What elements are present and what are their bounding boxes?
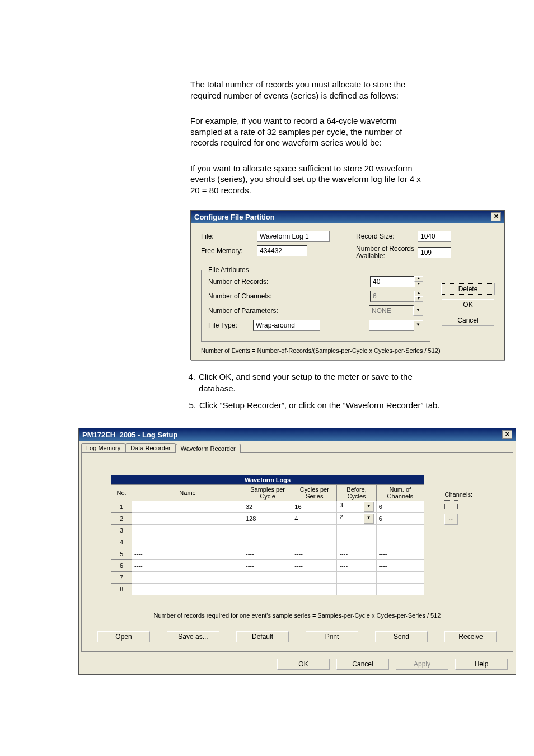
file-field[interactable]: Waveform Log 1	[257, 231, 330, 242]
cell-samples[interactable]: ----	[243, 560, 292, 572]
ok-button[interactable]: OK	[442, 299, 494, 310]
table-row[interactable]: 212842▼6	[111, 513, 424, 525]
cell-before[interactable]: ----	[337, 536, 376, 548]
cancel-button[interactable]: Cancel	[336, 659, 389, 670]
col-name: Name	[132, 485, 243, 501]
ok-button[interactable]: OK	[277, 659, 330, 670]
apply-button: Apply	[396, 659, 448, 670]
cell-channels[interactable]: 6	[376, 513, 424, 525]
col-before: Before, Cycles	[337, 485, 376, 501]
file-type-label: File Type:	[208, 321, 253, 329]
cell-name[interactable]	[132, 513, 243, 525]
table-row[interactable]: 6--------------------	[111, 560, 424, 572]
tab-waveform-recorder[interactable]: Waveform Recorder	[176, 444, 241, 453]
spin-up-icon[interactable]: ▲	[414, 276, 423, 282]
cell-no: 4	[111, 536, 132, 548]
close-icon[interactable]: ✕	[491, 212, 501, 221]
cell-name[interactable]	[132, 501, 243, 513]
cell-samples[interactable]: 128	[243, 513, 292, 525]
cell-samples[interactable]: ----	[243, 584, 292, 595]
cell-no: 5	[111, 548, 132, 560]
chevron-down-icon[interactable]: ▼	[364, 514, 374, 524]
cell-cycles[interactable]: ----	[292, 584, 337, 595]
cell-name[interactable]: ----	[132, 548, 243, 560]
waveform-logs-table: No. Name Samples per Cycle Cycles per Se…	[111, 484, 424, 595]
cell-channels[interactable]: ----	[376, 572, 424, 584]
cell-no: 2	[111, 513, 132, 525]
step-number: 5.	[179, 400, 199, 411]
tab-log-memory[interactable]: Log Memory	[81, 443, 125, 452]
cell-before[interactable]: ----	[337, 548, 376, 560]
cell-before[interactable]: ----	[337, 560, 376, 572]
cell-before[interactable]: ----	[337, 572, 376, 584]
table-row[interactable]: 3--------------------	[111, 525, 424, 536]
cell-before[interactable]: ----	[337, 584, 376, 595]
table-row[interactable]: 132163▼6	[111, 501, 424, 513]
file-label: File:	[201, 232, 257, 240]
close-icon[interactable]: ✕	[502, 430, 512, 439]
send-button[interactable]: Send	[375, 631, 428, 642]
cell-cycles[interactable]: 16	[292, 501, 337, 513]
channels-config-button[interactable]	[444, 500, 458, 511]
cell-channels[interactable]: 6	[376, 501, 424, 513]
cell-cycles[interactable]: ----	[292, 572, 337, 584]
save-as-button[interactable]: Save as...	[167, 631, 219, 642]
cell-name[interactable]: ----	[132, 572, 243, 584]
table-row[interactable]: 7--------------------	[111, 572, 424, 584]
cell-samples[interactable]: ----	[243, 536, 292, 548]
cell-name[interactable]: ----	[132, 525, 243, 536]
col-cycles: Cycles per Series	[292, 485, 337, 501]
table-row[interactable]: 5--------------------	[111, 548, 424, 560]
configure-file-partition-dialog: Configure File Partition ✕ File: Wavefor…	[190, 210, 505, 360]
spin-down-icon[interactable]: ▼	[414, 282, 423, 287]
table-row[interactable]: 8--------------------	[111, 584, 424, 595]
open-button[interactable]: Open	[97, 631, 150, 642]
cell-before[interactable]: 2▼	[337, 513, 376, 525]
cell-channels[interactable]: ----	[376, 548, 424, 560]
cell-before[interactable]: 3▼	[337, 501, 376, 513]
spin-down-icon: ▼	[414, 296, 423, 302]
cell-samples[interactable]: 32	[243, 501, 292, 513]
cell-cycles[interactable]: 4	[292, 513, 337, 525]
step-number: 4.	[179, 371, 199, 394]
cell-no: 6	[111, 560, 132, 572]
cell-cycles[interactable]: ----	[292, 548, 337, 560]
cancel-button[interactable]: Cancel	[442, 315, 494, 326]
receive-button[interactable]: Receive	[444, 631, 497, 642]
chevron-down-icon[interactable]: ▼	[413, 320, 423, 330]
num-records-input[interactable]: 40	[370, 276, 415, 287]
delete-button[interactable]: Delete	[442, 283, 494, 295]
cell-samples[interactable]: ----	[243, 548, 292, 560]
num-channels-label: Number of Channels:	[208, 292, 298, 300]
cell-channels[interactable]: ----	[376, 536, 424, 548]
help-button[interactable]: Help	[455, 659, 508, 670]
cell-name[interactable]: ----	[132, 536, 243, 548]
col-channels: Num. of Channels	[376, 485, 424, 501]
cell-samples[interactable]: ----	[243, 525, 292, 536]
cell-name[interactable]: ----	[132, 584, 243, 595]
file-type-select[interactable]: Wrap-around	[253, 320, 320, 331]
table-row[interactable]: 4--------------------	[111, 536, 424, 548]
cell-channels[interactable]: ----	[376, 560, 424, 572]
records-available-label: Number of Records Available:	[356, 245, 418, 260]
cell-samples[interactable]: ----	[243, 572, 292, 584]
step-text: Click “Setup Recorder”, or click on the …	[199, 400, 440, 411]
cell-cycles[interactable]: ----	[292, 536, 337, 548]
chevron-down-icon[interactable]: ▼	[364, 502, 374, 512]
cell-channels[interactable]: ----	[376, 584, 424, 595]
log-setup-dialog: PM172EH_2005 - Log Setup ✕ Log Memory Da…	[78, 428, 516, 675]
cell-cycles[interactable]: ----	[292, 525, 337, 536]
cell-cycles[interactable]: ----	[292, 560, 337, 572]
num-parameters-select: NONE	[369, 305, 414, 316]
default-button[interactable]: Default	[236, 631, 289, 642]
tab-data-recorder[interactable]: Data Recorder	[125, 443, 176, 452]
cell-before[interactable]: ----	[337, 525, 376, 536]
channels-more-button[interactable]: ...	[444, 514, 458, 525]
cell-name[interactable]: ----	[132, 560, 243, 572]
paragraph-3: If you want to allocate space sufficient…	[190, 163, 425, 196]
cell-channels[interactable]: ----	[376, 525, 424, 536]
formula-note: Number of records required for one event…	[88, 612, 506, 619]
record-size-label: Record Size:	[356, 232, 418, 240]
print-button[interactable]: Print	[306, 631, 358, 642]
record-size-value: 1040	[418, 231, 451, 242]
